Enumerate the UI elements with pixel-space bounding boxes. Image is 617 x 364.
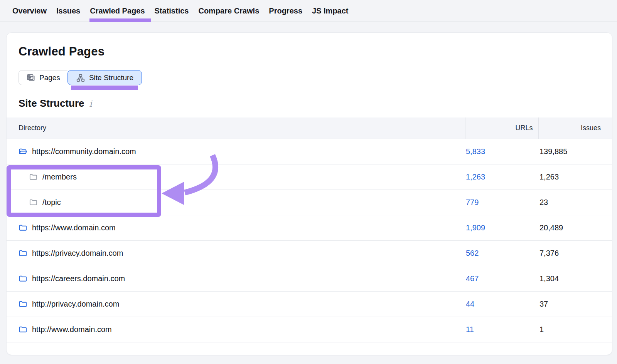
pages-view-button[interactable]: Pages [19, 70, 67, 85]
section-head: Site Structure i [19, 97, 612, 110]
issues-count: 7,376 [539, 249, 559, 257]
folder-icon [19, 249, 27, 258]
tab-label: Compare Crawls [198, 7, 259, 15]
issues-count: 1 [539, 325, 544, 334]
tab-progress[interactable]: Progress [269, 0, 302, 22]
table-row: https://www.domain.com 1,909 20,489 [7, 215, 612, 240]
column-header-issues: Issues [538, 117, 612, 139]
tab-label: JS Impact [312, 7, 348, 15]
directory-link[interactable]: https://privacy.domain.com [32, 249, 123, 258]
section-title: Site Structure [19, 97, 84, 110]
tab-label: Crawled Pages [90, 7, 145, 15]
page-title: Crawled Pages [19, 44, 612, 59]
site-structure-table: Directory URLs Issues https://community.… [7, 117, 612, 354]
folder-icon [19, 300, 27, 309]
directory-link[interactable]: http://www.domain.com [32, 325, 112, 334]
pages-view-label: Pages [39, 74, 60, 82]
folder-open-icon [19, 147, 27, 156]
site-structure-view-label: Site Structure [89, 74, 133, 82]
tab-statistics[interactable]: Statistics [155, 0, 189, 22]
tab-js-impact[interactable]: JS Impact [312, 0, 348, 22]
issues-count: 20,489 [539, 223, 563, 232]
directory-link[interactable]: https://community.domain.com [32, 147, 136, 156]
urls-count-link[interactable]: 779 [466, 198, 479, 206]
column-header-directory: Directory [7, 117, 465, 139]
table-row: http://www.domain.com 11 1 [7, 317, 612, 342]
table-row: /members 1,263 1,263 [7, 164, 612, 190]
urls-count-link[interactable]: 1,263 [466, 173, 485, 181]
folder-icon [19, 325, 27, 334]
issues-count: 1,304 [539, 274, 559, 283]
column-header-urls: URLs [465, 117, 538, 139]
tab-label: Statistics [155, 7, 189, 15]
annotation-toggle-underline [71, 86, 138, 90]
urls-count-link[interactable]: 1,909 [466, 223, 485, 232]
urls-count-link[interactable]: 562 [466, 249, 479, 257]
issues-count: 1,263 [539, 173, 559, 181]
directory-link[interactable]: https://careers.domain.com [32, 274, 125, 283]
pages-icon [26, 73, 35, 82]
urls-count-link[interactable]: 44 [466, 300, 474, 308]
tab-label: Progress [269, 7, 302, 15]
folder-icon [19, 274, 27, 283]
issues-count: 37 [539, 300, 548, 308]
table-row: https://privacy.domain.com 562 7,376 [7, 240, 612, 266]
tab-overview[interactable]: Overview [12, 0, 47, 22]
directory-link[interactable]: https://www.domain.com [32, 223, 116, 232]
tab-bar: OverviewIssuesCrawled PagesStatisticsCom… [0, 0, 617, 22]
issues-count: 139,885 [539, 147, 567, 156]
info-icon[interactable]: i [89, 98, 92, 109]
tab-compare-crawls[interactable]: Compare Crawls [198, 0, 259, 22]
urls-count-link[interactable]: 11 [466, 325, 474, 334]
folder-icon [29, 173, 38, 181]
tab-label: Overview [12, 7, 47, 15]
sitemap-icon [76, 73, 85, 82]
folder-icon [19, 223, 27, 232]
tab-crawled-pages[interactable]: Crawled Pages [90, 0, 145, 22]
directory-label: /topic [42, 198, 61, 207]
tab-issues[interactable]: Issues [56, 0, 80, 22]
table-row: /topic 779 23 [7, 190, 612, 215]
site-structure-view-button[interactable]: Site Structure [67, 70, 142, 85]
directory-label: /members [42, 173, 77, 181]
view-toggle-group: Pages Site Structure [19, 70, 142, 85]
table-row: https://community.domain.com 5,833 139,8… [7, 139, 612, 164]
table-row: https://careers.domain.com 467 1,304 [7, 266, 612, 291]
table-header-row: Directory URLs Issues [7, 117, 612, 139]
table-row: http://privacy.domain.com 44 37 [7, 291, 612, 317]
tab-label: Issues [56, 7, 80, 15]
table-footer-row [7, 342, 612, 354]
directory-link[interactable]: http://privacy.domain.com [32, 300, 119, 309]
issues-count: 23 [539, 198, 548, 206]
folder-icon [29, 198, 38, 207]
crawled-pages-card: Crawled Pages Pages [6, 32, 612, 355]
urls-count-link[interactable]: 467 [466, 274, 479, 283]
urls-count-link[interactable]: 5,833 [466, 147, 485, 156]
